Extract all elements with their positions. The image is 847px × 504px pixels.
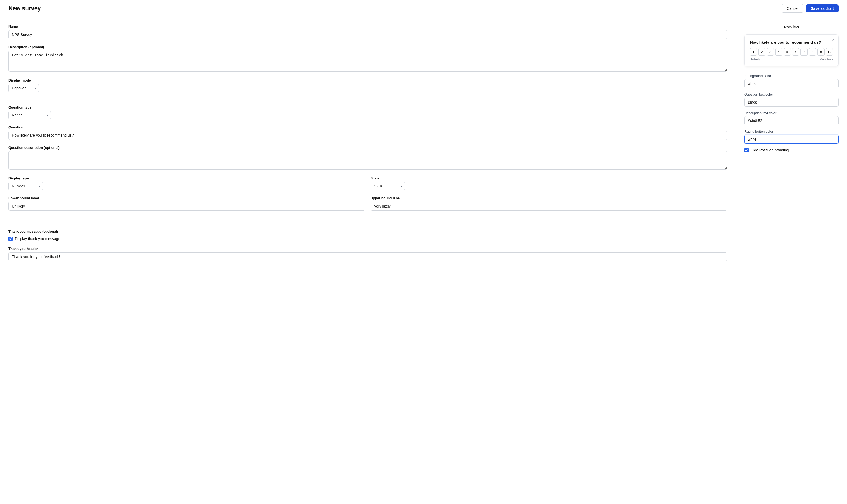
preview-lower-label: Unlikely [750, 58, 760, 61]
rating-button-color-group: Rating button color [744, 129, 839, 144]
lower-bound-input[interactable] [8, 202, 365, 211]
display-mode-label: Display mode [8, 78, 727, 82]
upper-bound-label: Upper bound label [371, 196, 727, 200]
preview-bound-labels: Unlikely Very likely [750, 58, 833, 61]
save-draft-button[interactable]: Save as draft [806, 4, 839, 13]
right-panel: Preview × How likely are you to recommen… [736, 17, 847, 504]
header-actions: Cancel Save as draft [781, 4, 839, 13]
thank-you-header-input[interactable] [8, 252, 727, 261]
lower-bound-group: Lower bound label [8, 196, 365, 211]
hide-branding-label[interactable]: Hide PostHog branding [751, 148, 789, 152]
rating-button-color-input[interactable] [744, 135, 839, 144]
preview-rating-row: 1 2 3 4 5 6 7 8 9 10 [750, 48, 833, 56]
question-description-label: Question description (optional) [8, 146, 727, 149]
scale-label: Scale [371, 176, 727, 180]
divider-2 [8, 223, 727, 223]
rating-btn-6[interactable]: 6 [792, 48, 799, 56]
question-text-color-label: Question text color [744, 92, 839, 96]
question-description-textarea[interactable] [8, 151, 727, 170]
display-type-select[interactable]: Number Emoji [8, 182, 43, 190]
description-textarea[interactable]: Let's get some feedback. [8, 51, 727, 72]
question-group: Question [8, 125, 727, 140]
display-mode-select[interactable]: Popover Full screen Inline [8, 84, 39, 92]
scale-select-wrapper: 1 - 10 1 - 5 1 - 7 ▾ [371, 182, 405, 190]
rating-btn-3[interactable]: 3 [767, 48, 774, 56]
rating-btn-5[interactable]: 5 [784, 48, 791, 56]
rating-btn-8[interactable]: 8 [809, 48, 816, 56]
description-text-color-input[interactable] [744, 116, 839, 125]
cancel-button[interactable]: Cancel [781, 4, 803, 13]
close-icon[interactable]: × [832, 38, 834, 42]
display-thank-you-checkbox[interactable] [8, 237, 13, 241]
question-text-color-input[interactable] [744, 98, 839, 107]
display-thank-you-label[interactable]: Display thank you message [15, 237, 60, 241]
name-label: Name [8, 24, 727, 29]
thank-you-header-group: Thank you header [8, 247, 727, 261]
upper-bound-group: Upper bound label [371, 196, 727, 211]
question-type-group: Question type Rating Open text Single ch… [8, 105, 727, 120]
description-text-color-group: Description text color [744, 111, 839, 125]
page-header: New survey Cancel Save as draft [0, 0, 847, 17]
display-thank-you-row: Display thank you message [8, 237, 727, 241]
thank-you-header-label: Thank you header [8, 247, 727, 251]
main-layout: Name Description (optional) Let's get so… [0, 17, 847, 504]
rating-button-color-label: Rating button color [744, 129, 839, 133]
background-color-group: Background color [744, 74, 839, 88]
question-label: Question [8, 125, 727, 129]
bound-labels-row: Lower bound label Upper bound label [8, 196, 727, 217]
description-group: Description (optional) Let's get some fe… [8, 45, 727, 73]
left-panel: Name Description (optional) Let's get so… [0, 17, 736, 504]
question-type-select-wrapper: Rating Open text Single choice Multiple … [8, 111, 51, 120]
question-type-label: Question type [8, 105, 727, 109]
preview-question-text: How likely are you to recommend us? [750, 40, 833, 44]
preview-title: Preview [744, 24, 839, 29]
display-mode-select-wrapper: Popover Full screen Inline ▾ [8, 84, 39, 92]
upper-bound-input[interactable] [371, 202, 727, 211]
rating-btn-7[interactable]: 7 [800, 48, 808, 56]
thank-you-section-label: Thank you message (optional) [8, 230, 727, 233]
rating-btn-10[interactable]: 10 [826, 48, 833, 56]
hide-branding-checkbox[interactable] [744, 148, 749, 152]
question-text-color-group: Question text color [744, 92, 839, 107]
page-title: New survey [8, 5, 41, 12]
question-description-group: Question description (optional) [8, 146, 727, 170]
description-text-color-label: Description text color [744, 111, 839, 115]
display-scale-row: Display type Number Emoji ▾ Scale 1 - 10… [8, 176, 727, 196]
background-color-input[interactable] [744, 79, 839, 88]
lower-bound-label: Lower bound label [8, 196, 365, 200]
rating-btn-4[interactable]: 4 [775, 48, 782, 56]
display-type-group: Display type Number Emoji ▾ [8, 176, 365, 190]
rating-btn-9[interactable]: 9 [817, 48, 825, 56]
hide-branding-row: Hide PostHog branding [744, 148, 839, 152]
preview-card: × How likely are you to recommend us? 1 … [744, 34, 839, 67]
description-label: Description (optional) [8, 45, 727, 49]
display-type-select-wrapper: Number Emoji ▾ [8, 182, 43, 190]
question-type-select[interactable]: Rating Open text Single choice Multiple … [8, 111, 51, 120]
preview-upper-label: Very likely [820, 58, 833, 61]
rating-btn-1[interactable]: 1 [750, 48, 757, 56]
scale-select[interactable]: 1 - 10 1 - 5 1 - 7 [371, 182, 405, 190]
background-color-label: Background color [744, 74, 839, 78]
divider-1 [8, 99, 727, 99]
rating-btn-2[interactable]: 2 [758, 48, 765, 56]
name-input[interactable] [8, 30, 727, 39]
thank-you-section: Thank you message (optional) Display tha… [8, 230, 727, 241]
display-type-label: Display type [8, 176, 365, 180]
name-group: Name [8, 24, 727, 39]
scale-group: Scale 1 - 10 1 - 5 1 - 7 ▾ [371, 176, 727, 190]
display-mode-group: Display mode Popover Full screen Inline … [8, 78, 727, 92]
question-input[interactable] [8, 131, 727, 140]
